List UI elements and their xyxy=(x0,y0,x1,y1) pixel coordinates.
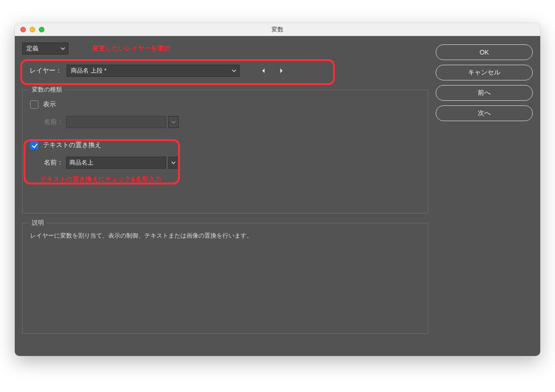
button-panel: OK キャンセル 前へ 次へ xyxy=(436,43,533,349)
annotation-layer-select: 変更したいレイヤーを選択 xyxy=(92,44,170,53)
variables-dialog: 変数 定義 変更したいレイヤーを選択 レイヤー： 商品名 上段 * xyxy=(15,23,540,356)
window-controls xyxy=(20,27,44,32)
text-replace-name-dropdown[interactable] xyxy=(168,157,179,169)
definition-select[interactable]: 定義 xyxy=(22,43,68,55)
annotation-text-replace: テキストの置き換えにチェック&名前入力 xyxy=(40,175,420,184)
definition-select-label: 定義 xyxy=(26,44,38,53)
next-layer-button[interactable] xyxy=(275,65,288,76)
layer-label: レイヤー： xyxy=(30,67,62,75)
zoom-icon[interactable] xyxy=(39,27,44,32)
ok-button[interactable]: OK xyxy=(436,44,533,60)
display-name-dropdown xyxy=(168,116,179,128)
minimize-icon[interactable] xyxy=(30,27,35,32)
variable-type-fieldset: 変数の種類 表示 名前： xyxy=(22,90,428,214)
text-replace-section: テキストの置き換え 名前： xyxy=(30,141,420,169)
display-label: 表示 xyxy=(43,100,56,109)
text-replace-checkbox[interactable] xyxy=(30,141,38,149)
display-name-input xyxy=(66,116,166,128)
chevron-down-icon xyxy=(61,46,65,51)
description-text: レイヤーに変数を割り当て、表示の制御、テキストまたは画像の置換を行います。 xyxy=(30,231,420,241)
prev-layer-button[interactable] xyxy=(257,65,270,76)
text-replace-label: テキストの置き換え xyxy=(43,141,101,149)
text-replace-name-input[interactable] xyxy=(66,157,166,169)
cancel-button[interactable]: キャンセル xyxy=(436,65,533,80)
main-panel: 定義 変更したいレイヤーを選択 レイヤー： 商品名 上段 * xyxy=(22,43,428,349)
top-row: 定義 変更したいレイヤーを選択 xyxy=(22,43,428,55)
variable-type-legend: 変数の種類 xyxy=(29,86,65,94)
layer-select[interactable]: 商品名 上段 * xyxy=(67,65,240,77)
display-name-label: 名前： xyxy=(44,118,63,126)
text-replace-name-label: 名前： xyxy=(44,159,63,167)
prev-button[interactable]: 前へ xyxy=(436,85,533,101)
chevron-down-icon xyxy=(232,68,236,73)
layer-select-value: 商品名 上段 * xyxy=(71,67,106,75)
dialog-body: 定義 変更したいレイヤーを選択 レイヤー： 商品名 上段 * xyxy=(15,36,540,356)
display-section: 表示 名前： xyxy=(30,100,420,128)
layer-row: レイヤー： 商品名 上段 * xyxy=(22,59,428,82)
description-legend: 説明 xyxy=(29,219,47,227)
titlebar: 変数 xyxy=(15,23,540,36)
close-icon[interactable] xyxy=(20,27,26,32)
description-fieldset: 説明 レイヤーに変数を割り当て、表示の制御、テキストまたは画像の置換を行います。 xyxy=(22,223,428,334)
window-title: 変数 xyxy=(15,25,540,34)
next-button[interactable]: 次へ xyxy=(436,105,533,121)
display-checkbox[interactable] xyxy=(30,100,38,109)
